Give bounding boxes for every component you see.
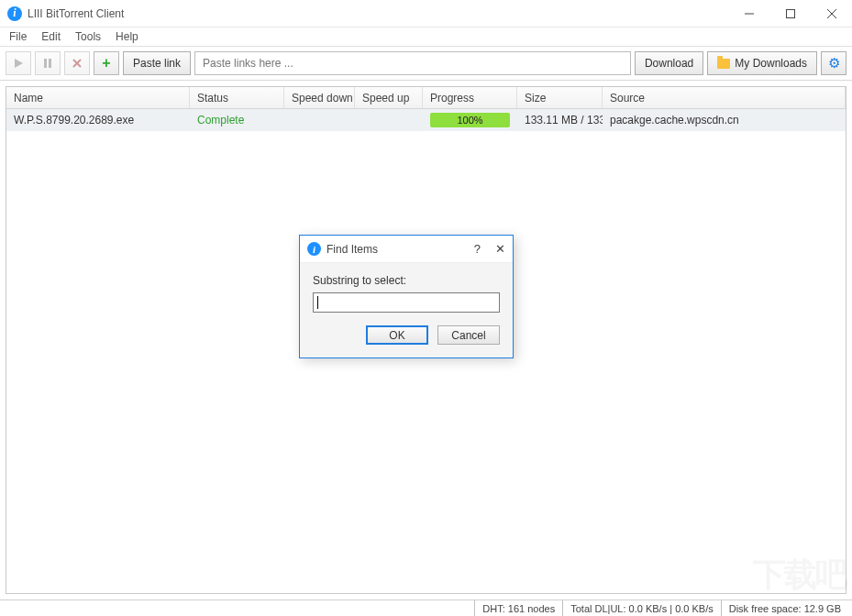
status-disk: Disk free space: 12.9 GB <box>721 600 848 616</box>
gear-icon: ⚙ <box>828 55 840 72</box>
dialog-help-button[interactable]: ? <box>474 242 481 256</box>
svg-rect-6 <box>49 59 51 68</box>
table-row[interactable]: W.P.S.8799.20.2689.exe Complete 100% 133… <box>6 109 846 131</box>
link-input[interactable] <box>194 51 631 75</box>
add-button[interactable]: + <box>94 51 119 75</box>
dialog-body: Substring to select: OK Cancel <box>300 263 513 358</box>
menu-edit[interactable]: Edit <box>41 30 61 43</box>
titlebar: i LIII BitTorrent Client <box>0 0 852 28</box>
close-button[interactable] <box>811 0 852 27</box>
download-button[interactable]: Download <box>635 51 703 75</box>
header-name[interactable]: Name <box>6 87 190 108</box>
my-downloads-label: My Downloads <box>735 57 807 70</box>
menu-file[interactable]: File <box>9 30 27 43</box>
dialog-title: Find Items <box>326 243 378 256</box>
cell-speed-up <box>355 109 423 131</box>
dialog-close-button[interactable]: ✕ <box>495 242 505 256</box>
svg-marker-4 <box>15 59 23 68</box>
cell-speed-down <box>284 109 355 131</box>
cell-name: W.P.S.8799.20.2689.exe <box>6 109 190 131</box>
header-speed-down[interactable]: Speed down <box>284 87 355 108</box>
window-title: LIII BitTorrent Client <box>28 7 124 20</box>
remove-button[interactable] <box>64 51 90 75</box>
status-throughput: Total DL|UL: 0.0 KB/s | 0.0 KB/s <box>562 600 721 616</box>
cell-source: pacakge.cache.wpscdn.cn <box>603 109 846 131</box>
text-caret <box>317 296 318 309</box>
header-progress[interactable]: Progress <box>423 87 517 108</box>
ok-button[interactable]: OK <box>366 325 428 345</box>
menu-help[interactable]: Help <box>116 30 138 43</box>
substring-input[interactable] <box>313 292 500 313</box>
header-source[interactable]: Source <box>603 87 846 108</box>
status-dht: DHT: 161 nodes <box>474 600 562 616</box>
header-size[interactable]: Size <box>517 87 603 108</box>
start-button[interactable] <box>6 51 31 75</box>
cell-progress: 100% <box>423 109 517 131</box>
cell-size: 133.11 MB / 133... <box>517 109 603 131</box>
plus-icon: + <box>102 56 110 71</box>
my-downloads-button[interactable]: My Downloads <box>707 51 817 75</box>
find-items-dialog: i Find Items ? ✕ Substring to select: OK… <box>299 235 514 358</box>
dialog-icon: i <box>307 242 321 256</box>
svg-rect-5 <box>44 59 47 68</box>
dialog-titlebar: i Find Items ? ✕ <box>300 236 513 263</box>
toolbar: + Paste link Download My Downloads ⚙ <box>0 46 852 81</box>
minimize-button[interactable] <box>728 0 769 27</box>
header-speed-up[interactable]: Speed up <box>355 87 423 108</box>
dialog-label: Substring to select: <box>313 274 500 287</box>
svg-rect-1 <box>786 9 794 17</box>
progress-bar: 100% <box>430 113 510 127</box>
cell-status: Complete <box>190 109 284 131</box>
settings-button[interactable]: ⚙ <box>821 51 846 75</box>
header-status[interactable]: Status <box>190 87 284 108</box>
statusbar: DHT: 161 nodes Total DL|UL: 0.0 KB/s | 0… <box>0 600 852 616</box>
menu-tools[interactable]: Tools <box>75 30 101 43</box>
maximize-button[interactable] <box>769 0 811 27</box>
paste-link-button[interactable]: Paste link <box>123 51 191 75</box>
pause-button[interactable] <box>35 51 61 75</box>
menubar: File Edit Tools Help <box>0 28 852 46</box>
app-icon: i <box>7 6 22 21</box>
cancel-button[interactable]: Cancel <box>437 325 500 345</box>
folder-icon <box>717 59 730 69</box>
window-controls <box>728 0 852 27</box>
column-headers: Name Status Speed down Speed up Progress… <box>6 87 846 109</box>
